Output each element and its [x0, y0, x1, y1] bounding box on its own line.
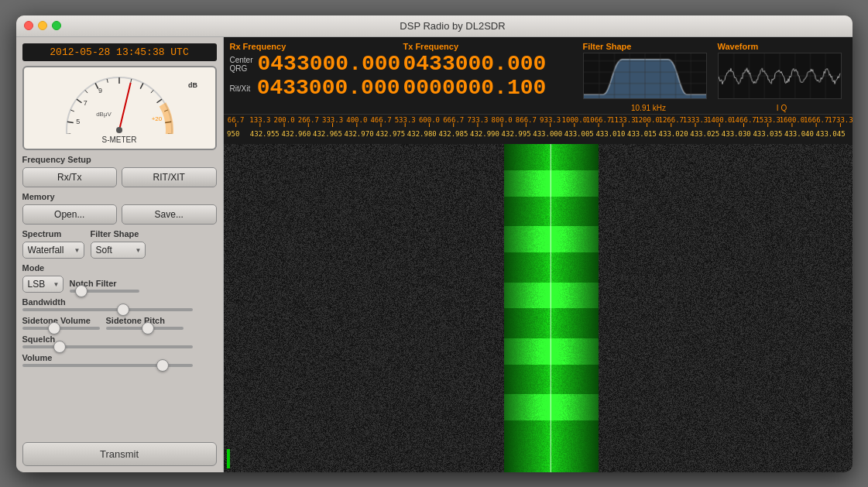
main-window: DSP Radio by DL2SDR 2012-05-28 13:45:38 …: [16, 15, 853, 472]
freq-setup-section: Frequency Setup Rx/Tx RIT/XIT: [22, 155, 217, 187]
waveform-canvas: [718, 53, 842, 99]
spectrum-filter-row: Spectrum Waterfall Spectrum Both Filter …: [22, 229, 217, 259]
volume-row: Volume: [22, 353, 217, 367]
main-content: 2012-05-28 13:45:38 UTC S-METER Frequenc…: [16, 37, 853, 472]
right-panel: Rx Frequency Center QRG 0433000.000 Rit/…: [224, 37, 853, 472]
volume-slider[interactable]: [22, 364, 193, 367]
waveform-label: Waveform: [718, 42, 846, 51]
filter-shape-canvas: [583, 53, 707, 99]
filter-khz-label: 10.91 kHz: [583, 104, 715, 112]
smeter-box: S-METER: [22, 66, 217, 150]
left-panel: 2012-05-28 13:45:38 UTC S-METER Frequenc…: [16, 37, 224, 472]
center-qrg-label: Center QRG: [230, 56, 253, 73]
tx-freq-label: Tx Frequency: [403, 42, 574, 51]
squelch-slider[interactable]: [22, 345, 193, 348]
spectrum-select[interactable]: Waterfall Spectrum Both: [22, 242, 84, 259]
bandwidth-row: Bandwidth: [22, 297, 217, 311]
squelch-row: Squelch: [22, 334, 217, 348]
freq-header: Rx Frequency Center QRG 0433000.000 Rit/…: [224, 37, 853, 115]
mode-group: Mode LSB USB AM FM CW: [22, 263, 63, 293]
spectrum-select-wrapper[interactable]: Waterfall Spectrum Both: [22, 242, 84, 259]
tx-rit-freq: 0000000.100: [403, 76, 547, 100]
rx-center-freq: 0433000.000: [258, 53, 401, 77]
titlebar: DSP Radio by DL2SDR: [16, 15, 853, 37]
waveform-display: Waveform I Q: [718, 42, 846, 112]
filter-shape-select-label: Filter Shape: [91, 229, 146, 238]
smeter-label: S-METER: [29, 135, 211, 144]
sidetone-vol-group: Sidetone Volume: [22, 316, 100, 330]
spectrum-group: Spectrum Waterfall Spectrum Both: [22, 229, 84, 259]
memory-label: Memory: [22, 192, 217, 201]
rx-freq-label: Rx Frequency: [230, 42, 400, 51]
rx-freq-section: Rx Frequency Center QRG 0433000.000 Rit/…: [230, 42, 400, 112]
mode-select[interactable]: LSB USB AM FM CW: [22, 276, 63, 293]
sidetone-volume-slider[interactable]: [22, 327, 100, 330]
sidetone-pitch-group: Sidetone Pitch: [106, 316, 184, 330]
rit-xit-label: Rit/Xit: [230, 84, 252, 93]
filter-shape-display: Filter Shape 10.91 kHz: [583, 42, 715, 112]
save-button[interactable]: Save...: [122, 204, 217, 225]
filter-shape-select-wrapper[interactable]: Soft Sharp Medium: [91, 242, 146, 259]
maximize-button[interactable]: [52, 21, 61, 30]
sidetone-row: Sidetone Volume Sidetone Pitch: [22, 316, 217, 330]
mode-label: Mode: [22, 263, 63, 273]
rx-rit-freq: 0433000.000: [257, 77, 400, 101]
smeter-canvas: [30, 72, 208, 134]
window-title: DSP Radio by DL2SDR: [61, 20, 845, 32]
open-button[interactable]: Open...: [22, 204, 118, 225]
rit-xit-button[interactable]: RIT/XIT: [122, 167, 217, 187]
transmit-button[interactable]: Transmit: [22, 442, 217, 466]
close-button[interactable]: [24, 21, 33, 30]
notch-slider-row: [70, 290, 139, 293]
filter-shape-display-label: Filter Shape: [583, 42, 715, 51]
spectrum-label: Spectrum: [22, 229, 84, 238]
tx-freq-section: Tx Frequency 0433000.000 0000000.100: [403, 42, 574, 112]
filter-shape-select[interactable]: Soft Sharp Medium: [91, 242, 146, 259]
mode-select-wrapper[interactable]: LSB USB AM FM CW: [22, 276, 63, 293]
waterfall-canvas[interactable]: [224, 144, 853, 472]
filter-shape-group: Filter Shape Soft Sharp Medium: [91, 229, 146, 259]
minimize-button[interactable]: [38, 21, 47, 30]
traffic-lights: [24, 21, 61, 30]
bandwidth-slider[interactable]: [22, 308, 193, 311]
memory-section: Memory Open... Save...: [22, 192, 217, 225]
mode-notch-row: Mode LSB USB AM FM CW Notch Filter: [22, 263, 217, 293]
sidetone-pitch-slider[interactable]: [106, 327, 184, 330]
iq-label: I Q: [718, 104, 846, 112]
freq-setup-label: Frequency Setup: [22, 155, 217, 164]
notch-group: Notch Filter: [70, 279, 139, 293]
notch-slider[interactable]: [70, 290, 139, 293]
spectrum-scale: [224, 115, 853, 144]
tx-center-freq: 0433000.000: [403, 52, 547, 76]
datetime-display: 2012-05-28 13:45:38 UTC: [22, 43, 217, 61]
rx-tx-button[interactable]: Rx/Tx: [22, 167, 118, 187]
